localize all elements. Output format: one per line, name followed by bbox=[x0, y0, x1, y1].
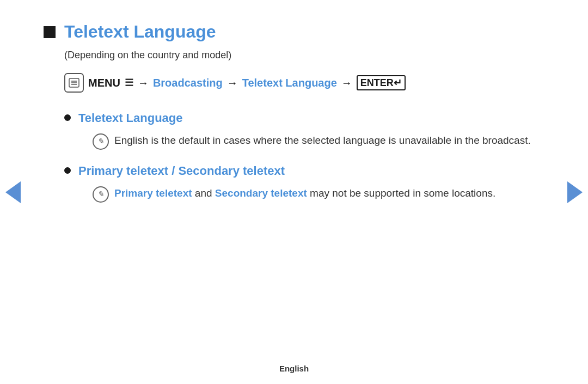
arrow-1: → bbox=[138, 77, 149, 89]
right-arrow-button[interactable] bbox=[567, 181, 583, 203]
note-symbol-2: ✎ bbox=[97, 190, 104, 199]
path-broadcasting: Broadcasting bbox=[153, 77, 223, 89]
arrow-3: → bbox=[341, 77, 352, 89]
note-icon-1: ✎ bbox=[93, 133, 109, 150]
bullet-dot-2 bbox=[64, 167, 71, 174]
and-text: and bbox=[195, 187, 215, 199]
arrow-2: → bbox=[227, 77, 238, 89]
footer-language: English bbox=[279, 364, 309, 373]
menu-icon bbox=[64, 73, 84, 93]
bullet-section: Teletext Language ✎ English is the defau… bbox=[64, 110, 544, 203]
note-block-2: ✎ Primary teletext and Secondary teletex… bbox=[93, 185, 544, 203]
title-square-icon bbox=[44, 26, 56, 38]
bullet-title-2: Primary teletext / Secondary teletext bbox=[78, 163, 285, 180]
note-icon-2: ✎ bbox=[93, 186, 109, 203]
menu-bars-icon: ☰ bbox=[125, 77, 133, 89]
enter-icon: ENTER↵ bbox=[357, 75, 406, 90]
subtitle: (Depending on the country and model) bbox=[64, 50, 544, 61]
note-symbol-1: ✎ bbox=[97, 137, 104, 146]
note-text-1: English is the default in cases where th… bbox=[114, 132, 531, 148]
note-suffix-text: may not be supported in some locations. bbox=[310, 187, 495, 199]
bullet-dot-1 bbox=[64, 114, 71, 121]
primary-teletext-label: Primary teletext bbox=[114, 187, 192, 199]
note-block-1: ✎ English is the default in cases where … bbox=[93, 132, 544, 150]
bullet-item-2: Primary teletext / Secondary teletext bbox=[64, 163, 544, 180]
path-teletext-language: Teletext Language bbox=[242, 77, 337, 89]
bullet-title-1: Teletext Language bbox=[78, 110, 183, 127]
secondary-teletext-label: Secondary teletext bbox=[215, 187, 307, 199]
page-container: Teletext Language (Depending on the coun… bbox=[0, 0, 588, 384]
enter-label: ENTER↵ bbox=[357, 75, 406, 90]
title-row: Teletext Language bbox=[44, 22, 544, 42]
menu-label: MENU bbox=[88, 77, 120, 89]
page-title: Teletext Language bbox=[64, 22, 216, 42]
menu-path-row: MENU ☰ → Broadcasting → Teletext Languag… bbox=[64, 73, 544, 93]
bullet-item-1: Teletext Language bbox=[64, 110, 544, 127]
left-arrow-button[interactable] bbox=[5, 181, 21, 203]
note-text-2: Primary teletext and Secondary teletext … bbox=[114, 185, 495, 201]
